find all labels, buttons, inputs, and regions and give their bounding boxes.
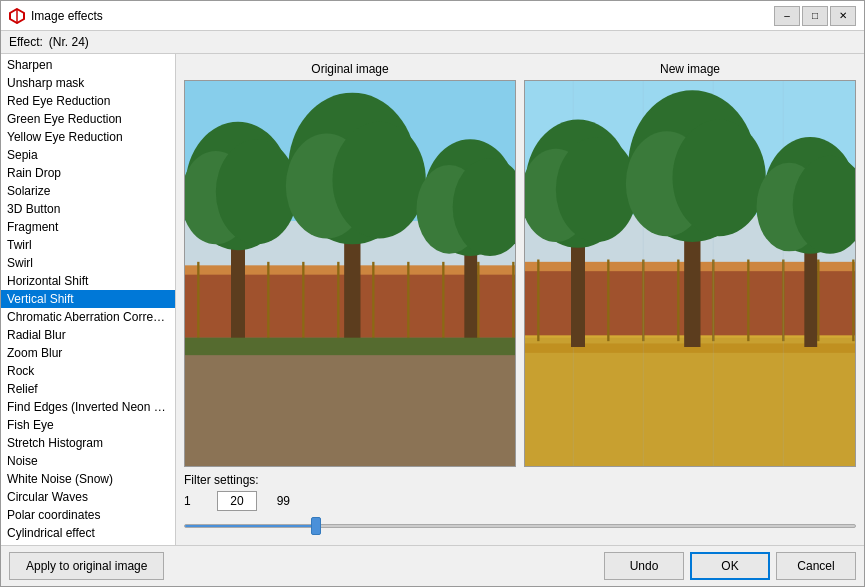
slider-value-input[interactable] xyxy=(217,491,257,511)
sidebar-item-3d-button[interactable]: 3D Button xyxy=(1,200,175,218)
sidebar-item-unsharp-mask[interactable]: Unsharp mask xyxy=(1,74,175,92)
slider-thumb[interactable] xyxy=(311,517,321,535)
window-controls: – □ ✕ xyxy=(774,6,856,26)
slider-min-value: 1 xyxy=(184,494,209,508)
sidebar-item-radial-blur[interactable]: Radial Blur xyxy=(1,326,175,344)
close-button[interactable]: ✕ xyxy=(830,6,856,26)
slider-container xyxy=(184,515,856,537)
sidebar-item-fragment[interactable]: Fragment xyxy=(1,218,175,236)
maximize-button[interactable]: □ xyxy=(802,6,828,26)
sidebar-item-red-eye-reduction[interactable]: Red Eye Reduction xyxy=(1,92,175,110)
cancel-button[interactable]: Cancel xyxy=(776,552,856,580)
sidebar-item-find-edges[interactable]: Find Edges (Inverted Neon edge) xyxy=(1,398,175,416)
window-title: Image effects xyxy=(31,9,774,23)
new-image-box xyxy=(524,80,856,467)
original-image-label: Original image xyxy=(311,62,388,76)
svg-rect-28 xyxy=(185,338,515,356)
svg-point-56 xyxy=(673,120,766,237)
undo-button[interactable]: Undo xyxy=(604,552,684,580)
sidebar-item-swirl[interactable]: Swirl xyxy=(1,254,175,272)
minimize-button[interactable]: – xyxy=(774,6,800,26)
slider-track[interactable] xyxy=(184,515,856,537)
sidebar-item-sharpen[interactable]: Sharpen xyxy=(1,56,175,74)
sidebar-item-circular-waves[interactable]: Circular Waves xyxy=(1,488,175,506)
effect-bar: Effect: (Nr. 24) xyxy=(1,31,864,54)
sidebar-item-cylindrical-effect[interactable]: Cylindrical effect xyxy=(1,524,175,542)
sidebar-item-white-noise[interactable]: White Noise (Snow) xyxy=(1,470,175,488)
sidebar-item-solarize[interactable]: Solarize xyxy=(1,182,175,200)
original-image-section: Original image xyxy=(184,62,516,467)
bottom-bar: Apply to original image Undo OK Cancel xyxy=(1,545,864,586)
sidebar-item-yellow-eye-reduction[interactable]: Yellow Eye Reduction xyxy=(1,128,175,146)
main-content: BlurGaussian BlurFast Gaussian BlurBlur … xyxy=(1,54,864,545)
original-image-box xyxy=(184,80,516,467)
filter-settings-label: Filter settings: xyxy=(184,473,856,487)
ok-button[interactable]: OK xyxy=(690,552,770,580)
slider-fill xyxy=(185,525,316,527)
slider-max-value: 99 xyxy=(265,494,290,508)
svg-point-23 xyxy=(333,122,426,239)
sidebar-item-green-eye-reduction[interactable]: Green Eye Reduction xyxy=(1,110,175,128)
sidebar: BlurGaussian BlurFast Gaussian BlurBlur … xyxy=(1,54,176,545)
images-row: Original image xyxy=(184,62,856,467)
title-bar: Image effects – □ ✕ xyxy=(1,1,864,31)
sidebar-item-polar-coordinates[interactable]: Polar coordinates xyxy=(1,506,175,524)
apply-button[interactable]: Apply to original image xyxy=(9,552,164,580)
sidebar-item-fish-eye[interactable]: Fish Eye xyxy=(1,416,175,434)
filter-settings: Filter settings: 1 99 xyxy=(184,473,856,537)
slider-row: 1 99 xyxy=(184,491,856,511)
effect-value: (Nr. 24) xyxy=(49,35,89,49)
new-image-svg xyxy=(525,81,855,466)
svg-point-19 xyxy=(216,139,298,244)
sidebar-item-chromatic-aberration[interactable]: Chromatic Aberration Correction xyxy=(1,308,175,326)
new-image-label: New image xyxy=(660,62,720,76)
svg-rect-57 xyxy=(804,242,817,347)
sidebar-item-sepia[interactable]: Sepia xyxy=(1,146,175,164)
sidebar-item-rock[interactable]: Rock xyxy=(1,362,175,380)
app-icon xyxy=(9,8,25,24)
sidebar-item-noise[interactable]: Noise xyxy=(1,452,175,470)
sidebar-item-relief[interactable]: Relief xyxy=(1,380,175,398)
sidebar-item-vertical-shift[interactable]: Vertical Shift xyxy=(1,290,175,308)
original-image-svg xyxy=(185,81,515,466)
new-image-section: New image xyxy=(524,62,856,467)
sidebar-item-zoom-blur[interactable]: Zoom Blur xyxy=(1,344,175,362)
sidebar-item-twirl[interactable]: Twirl xyxy=(1,236,175,254)
slider-background xyxy=(184,524,856,528)
right-panel: Original image xyxy=(176,54,864,545)
sidebar-item-horizontal-shift[interactable]: Horizontal Shift xyxy=(1,272,175,290)
effect-label: Effect: xyxy=(9,35,43,49)
sidebar-scroll[interactable]: BlurGaussian BlurFast Gaussian BlurBlur … xyxy=(1,54,175,545)
main-window: Image effects – □ ✕ Effect: (Nr. 24) Blu… xyxy=(0,0,865,587)
svg-rect-24 xyxy=(464,244,477,349)
sidebar-item-stretch-histogram[interactable]: Stretch Histogram xyxy=(1,434,175,452)
sidebar-item-rain-drop[interactable]: Rain Drop xyxy=(1,164,175,182)
svg-point-52 xyxy=(556,137,638,242)
